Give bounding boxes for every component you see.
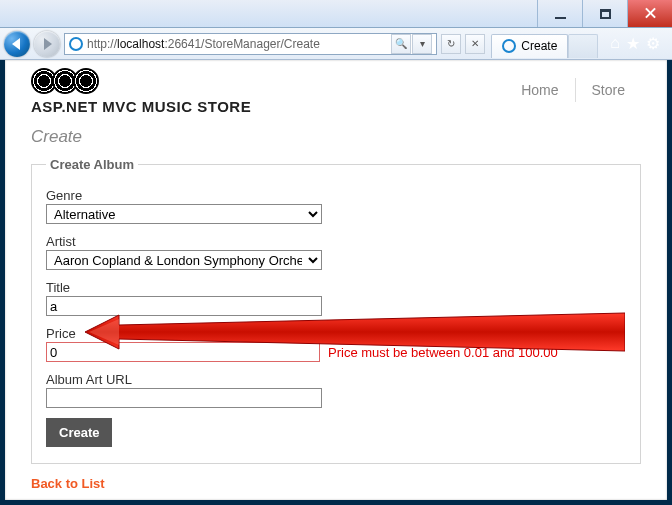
back-button[interactable]	[4, 31, 30, 57]
refresh-button[interactable]: ↻	[441, 34, 461, 54]
tab-create[interactable]: Create	[491, 34, 568, 58]
fieldset-legend: Create Album	[46, 157, 138, 172]
artist-select[interactable]: Aaron Copland & London Symphony Orchestr…	[46, 250, 322, 270]
album-art-url-input[interactable]	[46, 388, 322, 408]
new-tab-button[interactable]	[568, 34, 598, 58]
minimize-button[interactable]	[537, 0, 582, 27]
title-label: Title	[46, 280, 626, 295]
stop-button[interactable]: ✕	[465, 34, 485, 54]
window-titlebar	[0, 0, 672, 28]
nav-home[interactable]: Home	[505, 78, 574, 102]
back-to-list-link[interactable]: Back to List	[31, 476, 105, 491]
page-heading: Create	[31, 127, 641, 147]
ie-icon	[69, 37, 83, 51]
tab-strip: Create	[491, 30, 598, 58]
main-nav: Home Store	[505, 78, 641, 102]
genre-select[interactable]: Alternative	[46, 204, 322, 224]
url-text: http://localhost:26641/StoreManager/Crea…	[87, 37, 387, 51]
browser-viewport: ASP.NET MVC MUSIC STORE Home Store Creat…	[5, 60, 667, 500]
create-album-fieldset: Create Album Genre Alternative Artist Aa…	[31, 157, 641, 464]
artist-label: Artist	[46, 234, 626, 249]
price-input[interactable]	[46, 342, 320, 362]
compat-dropdown-icon[interactable]: ▾	[412, 34, 432, 54]
nav-store[interactable]: Store	[575, 78, 641, 102]
album-art-url-label: Album Art URL	[46, 372, 626, 387]
tab-label: Create	[521, 39, 557, 53]
close-window-button[interactable]	[627, 0, 672, 27]
ie-icon	[502, 39, 516, 53]
browser-toolbar: http://localhost:26641/StoreManager/Crea…	[0, 28, 672, 60]
title-input[interactable]	[46, 296, 322, 316]
price-error: Price must be between 0.01 and 100.00	[328, 345, 558, 360]
site-logo	[31, 68, 251, 94]
maximize-button[interactable]	[582, 0, 627, 27]
favorites-icon[interactable]: ★	[626, 34, 640, 53]
genre-label: Genre	[46, 188, 626, 203]
tools-icon[interactable]: ⚙	[646, 34, 660, 53]
address-bar[interactable]: http://localhost:26641/StoreManager/Crea…	[64, 33, 437, 55]
home-icon[interactable]: ⌂	[610, 34, 620, 53]
price-label: Price	[46, 326, 626, 341]
create-button[interactable]: Create	[46, 418, 112, 447]
site-title: ASP.NET MVC MUSIC STORE	[31, 98, 251, 115]
search-dropdown-icon[interactable]: 🔍	[391, 34, 411, 54]
forward-button[interactable]	[34, 31, 60, 57]
